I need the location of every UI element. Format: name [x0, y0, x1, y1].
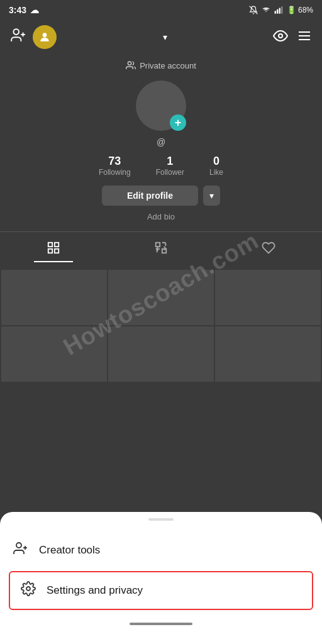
likes-stat: 0 Like	[209, 155, 223, 177]
svg-point-14	[128, 62, 131, 65]
cloud-icon: ☁	[30, 5, 39, 15]
add-user-icon	[10, 27, 26, 43]
svg-rect-17	[48, 249, 52, 253]
svg-rect-3	[277, 9, 278, 14]
tab-likes[interactable]	[249, 238, 288, 262]
private-label: Private account	[140, 61, 196, 70]
content-grid	[0, 269, 322, 382]
person-add-icon	[13, 541, 28, 556]
svg-rect-4	[279, 8, 280, 14]
notification-muted-icon	[249, 6, 258, 14]
creator-tools-label: Creator tools	[39, 544, 100, 557]
bottom-sheet: Creator tools Settings and privacy	[0, 512, 322, 644]
add-photo-button[interactable]: +	[170, 114, 186, 131]
following-label: Following	[99, 168, 131, 177]
username-row: @	[157, 137, 165, 147]
content-cell	[1, 270, 107, 325]
hamburger-icon	[297, 28, 312, 43]
svg-rect-19	[156, 243, 160, 247]
content-cell	[108, 270, 214, 325]
svg-line-0	[249, 6, 257, 14]
likes-label: Like	[209, 168, 223, 177]
stats-row: 73 Following 1 Follower 0 Like	[0, 155, 322, 177]
settings-privacy-label: Settings and privacy	[47, 584, 143, 597]
top-nav-center[interactable]: ▾	[163, 32, 167, 42]
repost-icon	[154, 241, 168, 255]
content-cell	[1, 326, 107, 382]
avatar[interactable]	[33, 25, 57, 49]
username-display: @	[157, 137, 165, 147]
add-bio-text[interactable]: Add bio	[147, 212, 175, 221]
grid-icon	[47, 241, 60, 255]
bottom-nav-indicator	[130, 623, 192, 625]
content-cell	[108, 326, 214, 382]
visibility-button[interactable]	[273, 28, 288, 46]
creator-tools-item[interactable]: Creator tools	[0, 531, 322, 570]
svg-point-6	[13, 29, 19, 35]
top-nav-right	[273, 28, 312, 46]
tab-grid[interactable]	[34, 238, 73, 262]
svg-point-21	[16, 543, 21, 548]
svg-rect-18	[55, 249, 58, 253]
profile-avatar-container: +	[136, 80, 186, 131]
following-stat: 73 Following	[99, 155, 131, 177]
svg-rect-2	[274, 11, 275, 14]
creator-tools-icon	[13, 541, 29, 560]
svg-rect-5	[281, 6, 282, 14]
followers-label: Follower	[156, 168, 184, 177]
svg-point-9	[43, 33, 47, 37]
edit-row: Edit profile ▾	[102, 186, 220, 206]
private-icon	[126, 60, 136, 70]
private-account-label: Private account	[126, 60, 196, 70]
profile-tab-row	[0, 231, 322, 269]
status-bar: 3:43 ☁ 🔋 68%	[0, 0, 322, 20]
menu-button[interactable]	[297, 28, 312, 46]
svg-rect-15	[48, 243, 52, 247]
eye-icon	[273, 28, 288, 43]
status-left: 3:43 ☁	[9, 5, 39, 15]
dropdown-arrow-icon: ▾	[163, 32, 167, 42]
followers-count: 1	[167, 155, 173, 168]
tab-repost[interactable]	[142, 238, 180, 262]
edit-profile-button[interactable]: Edit profile	[102, 186, 198, 206]
profile-dropdown-button[interactable]: ▾	[203, 186, 220, 206]
signal-icon	[274, 6, 283, 14]
add-user-button[interactable]	[10, 27, 26, 47]
svg-point-24	[26, 587, 30, 591]
top-nav-left	[10, 25, 57, 49]
profile-area: Private account + @ 73 Following 1 Follo…	[0, 54, 322, 269]
sheet-handle	[148, 518, 174, 521]
followers-stat: 1 Follower	[156, 155, 184, 177]
settings-privacy-item[interactable]: Settings and privacy	[9, 571, 313, 610]
top-nav: ▾	[0, 20, 322, 54]
likes-count: 0	[213, 155, 219, 168]
battery-display: 🔋 68%	[287, 6, 313, 14]
heart-icon	[262, 241, 275, 255]
wifi-icon	[262, 6, 270, 14]
svg-rect-16	[55, 243, 58, 247]
following-count: 73	[108, 155, 121, 168]
avatar-icon	[38, 31, 51, 43]
content-cell	[215, 326, 321, 382]
settings-icon	[20, 581, 36, 600]
time-display: 3:43	[9, 5, 26, 15]
status-right: 🔋 68%	[249, 6, 313, 14]
gear-icon	[21, 581, 36, 596]
svg-point-10	[279, 34, 282, 38]
content-cell	[215, 270, 321, 325]
